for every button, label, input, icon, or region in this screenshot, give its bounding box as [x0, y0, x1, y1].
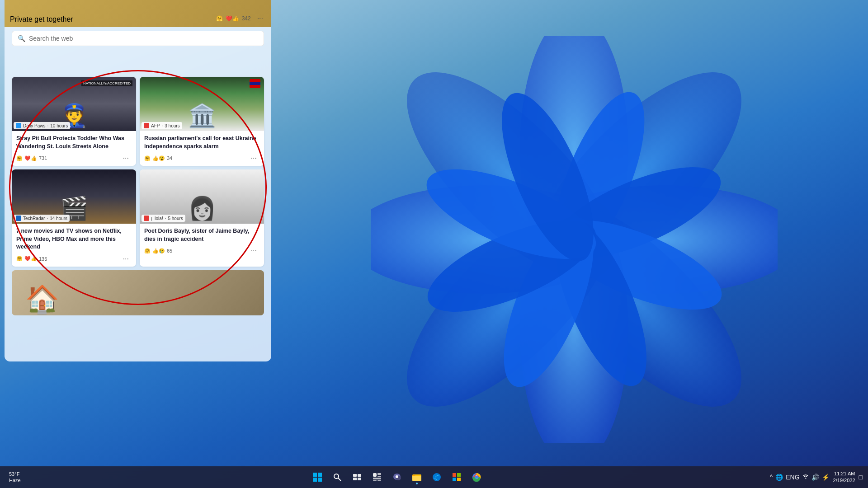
source-badge-4: ¡Hola! · 5 hours	[142, 215, 185, 222]
svg-rect-32	[373, 480, 377, 481]
card1-more-button[interactable]: ···	[120, 153, 132, 163]
reaction-count-1: 731	[39, 155, 47, 161]
taskbar-center	[24, 469, 770, 485]
news-card-reactions-3: 🤗 ❤️👍 135	[16, 256, 47, 262]
news-card-image-movies: TechRadar · 14 hours	[12, 169, 136, 224]
svg-rect-43	[457, 478, 461, 481]
svg-rect-30	[377, 476, 381, 477]
taskbar-widgets-button[interactable]	[369, 469, 385, 485]
top-article-reactions: 🤗 ❤️👍 342	[216, 15, 251, 22]
taskbar-chat-button[interactable]	[389, 469, 405, 485]
card3-more-button[interactable]: ···	[120, 254, 132, 264]
taskbar-clock[interactable]: 11:21 AM 2/19/2022	[833, 470, 855, 484]
source-time-3: 14 hours	[50, 216, 67, 221]
top-article-title: Private get together	[10, 15, 73, 23]
svg-rect-20	[313, 478, 317, 482]
tray-notification-icon[interactable]: □	[859, 474, 863, 481]
reaction-emoji-6: ❤️👍	[24, 256, 37, 262]
search-bar[interactable]: 🔍 Search the web	[12, 31, 264, 46]
svg-rect-42	[453, 478, 456, 481]
svg-rect-31	[373, 478, 381, 479]
news-card-reactions-4: 🤗 👍😢 65	[144, 248, 172, 254]
news-card-title-4: Poet Doris Bayly, sister of Jaime Bayly,…	[144, 227, 259, 243]
svg-rect-29	[377, 473, 381, 475]
news-card-parliament[interactable]: AFP · 3 hours Russian parliament's call …	[140, 77, 264, 166]
news-card-pitbull[interactable]: Daily Paws · 10 hours Stray Pit Bull Pro…	[12, 77, 136, 166]
news-card-reactions-2: 🤗 👍😮 34	[144, 155, 172, 161]
reaction-emoji-1: 🤗	[16, 155, 23, 161]
news-card-footer-1: 🤗 ❤️👍 731 ···	[16, 153, 132, 163]
svg-rect-38	[412, 476, 421, 481]
reaction-icon: 🤗	[216, 15, 223, 22]
top-partial-article[interactable]: Private get together 🤗 ❤️👍 342 ···	[5, 0, 271, 27]
news-card-footer-2: 🤗 👍😮 34 ···	[144, 153, 259, 163]
taskbar-taskview-button[interactable]	[349, 469, 365, 485]
search-input: Search the web	[29, 35, 73, 42]
tray-wifi-icon[interactable]	[802, 474, 809, 481]
tray-volume-icon[interactable]: 🔊	[811, 474, 819, 481]
weather-temp: 53°F	[9, 471, 21, 477]
news-card-movies[interactable]: TechRadar · 14 hours 7 new movies and TV…	[12, 169, 136, 267]
tray-lang-label[interactable]: ENG	[786, 474, 799, 481]
news-grid: Daily Paws · 10 hours Stray Pit Bull Pro…	[12, 77, 264, 267]
taskbar-start-button[interactable]	[309, 469, 326, 485]
source-icon-3	[16, 216, 21, 221]
source-name-2: AFP	[151, 123, 160, 128]
source-badge-2: AFP · 3 hours	[142, 122, 182, 129]
reaction-emoji-8: 👍😢	[152, 248, 165, 254]
reaction-emoji-4: 👍😮	[152, 155, 165, 161]
reaction-count-2: 34	[167, 155, 172, 161]
search-icon: 🔍	[18, 35, 25, 42]
weather-condition: Haze	[9, 477, 21, 483]
news-card-image-pitbull: Daily Paws · 10 hours	[12, 77, 136, 131]
taskbar-explorer-button[interactable]	[409, 469, 425, 485]
taskbar-store-button[interactable]	[448, 469, 465, 485]
card2-more-button[interactable]: ···	[248, 153, 259, 163]
news-card-title-2: Russian parliament's call for east Ukrai…	[144, 135, 259, 150]
svg-rect-28	[373, 473, 377, 477]
news-card-footer-4: 🤗 👍😢 65 ···	[144, 246, 259, 256]
taskbar-edge-button[interactable]	[429, 469, 445, 485]
source-name-1: Daily Paws	[23, 123, 45, 128]
taskbar-left: 53°F Haze	[0, 471, 24, 484]
news-card-body-3: 7 new movies and TV shows on Netflix, Pr…	[12, 224, 136, 267]
svg-rect-33	[377, 480, 381, 481]
reaction-emoji-5: 🤗	[16, 256, 23, 262]
svg-point-39	[433, 473, 441, 481]
source-icon-1	[16, 123, 21, 128]
top-article-more-button[interactable]: ···	[255, 14, 266, 23]
bloom-logo	[371, 36, 778, 443]
svg-point-46	[475, 476, 478, 479]
taskbar-search-button[interactable]	[329, 469, 345, 485]
taskbar-chrome-button[interactable]	[468, 469, 485, 485]
card4-more-button[interactable]: ···	[248, 246, 259, 256]
svg-point-22	[334, 474, 339, 479]
clock-date: 2/19/2022	[833, 477, 855, 484]
parliament-flag	[250, 79, 260, 88]
svg-rect-21	[318, 478, 322, 482]
reaction-count-4: 65	[167, 248, 172, 253]
svg-rect-19	[318, 473, 322, 477]
bottom-partial-article[interactable]	[12, 270, 264, 315]
news-card-footer-3: 🤗 ❤️👍 135 ···	[16, 254, 132, 264]
news-card-poet[interactable]: ¡Hola! · 5 hours Poet Doris Bayly, siste…	[140, 169, 264, 267]
clock-time: 11:21 AM	[834, 470, 855, 477]
tray-battery-icon[interactable]: ⚡	[822, 474, 830, 481]
svg-rect-25	[358, 474, 361, 477]
system-tray: ^ 🌐 ENG 🔊 ⚡	[770, 474, 830, 481]
source-time-2: 3 hours	[165, 123, 179, 128]
tray-expand-icon[interactable]: ^	[770, 474, 773, 481]
tray-globe-icon[interactable]: 🌐	[775, 474, 783, 481]
news-card-body-2: Russian parliament's call for east Ukrai…	[140, 131, 264, 166]
taskbar: 53°F Haze	[0, 466, 868, 488]
source-name-4: ¡Hola!	[151, 216, 163, 221]
news-card-title-3: 7 new movies and TV shows on Netflix, Pr…	[16, 227, 132, 251]
news-card-image-parliament: AFP · 3 hours	[140, 77, 264, 131]
news-card-title-1: Stray Pit Bull Protects Toddler Who Was …	[16, 135, 132, 150]
news-card-body-4: Poet Doris Bayly, sister of Jaime Bayly,…	[140, 224, 264, 258]
svg-rect-24	[353, 474, 357, 477]
source-name-3: TechRadar	[23, 216, 45, 221]
source-time-1: 10 hours	[50, 123, 68, 128]
weather-widget[interactable]: 53°F Haze	[5, 471, 24, 484]
news-card-reactions-1: 🤗 ❤️👍 731	[16, 155, 47, 161]
